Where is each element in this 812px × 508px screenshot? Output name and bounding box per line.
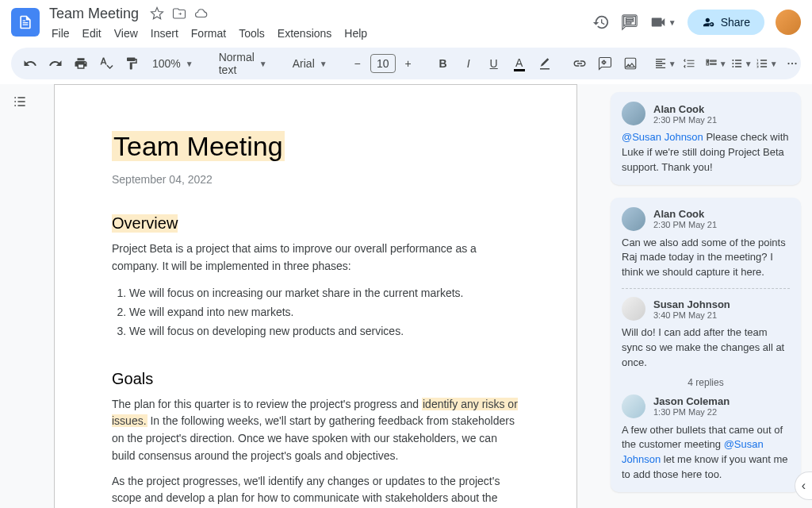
align-button[interactable]: ▼ xyxy=(654,52,676,75)
menu-view[interactable]: View xyxy=(109,24,144,43)
goals-paragraph-1: The plan for this quarter is to review t… xyxy=(112,396,519,465)
numbered-list-button[interactable]: ▼ xyxy=(756,52,778,75)
share-label: Share xyxy=(721,16,750,29)
insert-link-button[interactable] xyxy=(569,52,591,75)
meet-button[interactable]: ▼ xyxy=(649,13,676,31)
highlight-color-button[interactable] xyxy=(534,52,556,75)
svg-point-4 xyxy=(791,63,793,64)
menu-help[interactable]: Help xyxy=(339,24,373,43)
comment-time: 3:40 PM May 21 xyxy=(653,310,730,320)
menu-tools[interactable]: Tools xyxy=(233,24,270,43)
comments-icon[interactable] xyxy=(621,13,638,31)
italic-button[interactable]: I xyxy=(458,52,480,75)
replies-count[interactable]: 4 replies xyxy=(622,377,790,388)
menu-insert[interactable]: Insert xyxy=(145,24,184,43)
menu-extensions[interactable]: Extensions xyxy=(272,24,337,43)
doc-heading-1: Team Meeting xyxy=(112,131,285,161)
menu-file[interactable]: File xyxy=(46,24,75,43)
share-button[interactable]: Share xyxy=(688,10,764,35)
menu-edit[interactable]: Edit xyxy=(77,24,107,43)
text-color-button[interactable]: A xyxy=(508,52,530,75)
svg-point-0 xyxy=(732,60,733,61)
bold-button[interactable]: B xyxy=(432,52,454,75)
undo-button[interactable] xyxy=(19,52,41,75)
move-icon[interactable] xyxy=(172,6,186,21)
outline-icon[interactable] xyxy=(10,92,29,111)
svg-point-1 xyxy=(732,63,733,64)
zoom-select[interactable]: 100%▼ xyxy=(146,52,200,75)
comment-author: Alan Cook xyxy=(653,208,717,220)
svg-point-2 xyxy=(732,66,733,67)
menu-format[interactable]: Format xyxy=(186,24,232,43)
docs-logo[interactable] xyxy=(11,8,40,37)
comment-body: Will do! I can add after the team sync s… xyxy=(622,325,790,371)
paragraph-style-select[interactable]: Normal text▼ xyxy=(213,52,274,75)
underline-button[interactable]: U xyxy=(483,52,505,75)
menubar: File Edit View Insert Format Tools Exten… xyxy=(46,24,586,43)
phases-list: We will focus on increasing our market s… xyxy=(129,284,519,341)
comment-time: 2:30 PM May 21 xyxy=(653,220,717,229)
comment-card[interactable]: Alan Cook 2:30 PM May 21 @Susan Johnson … xyxy=(611,92,801,185)
chevron-down-icon: ▼ xyxy=(668,18,676,27)
comment-time: 1:30 PM May 22 xyxy=(653,407,730,417)
doc-date: September 04, 2022 xyxy=(112,173,519,186)
bulleted-list-button[interactable]: ▼ xyxy=(730,52,753,75)
font-select[interactable]: Arial▼ xyxy=(286,52,334,75)
document-page[interactable]: Team Meeting September 04, 2022 Overview… xyxy=(54,84,577,508)
comment-thread[interactable]: Alan Cook 2:30 PM May 21 Can we also add… xyxy=(611,198,801,492)
star-icon[interactable] xyxy=(150,6,164,21)
spellcheck-button[interactable] xyxy=(95,52,117,75)
avatar xyxy=(622,102,645,125)
goals-paragraph-2: As the project progresses, we'll identif… xyxy=(112,473,519,508)
increase-font-button[interactable]: + xyxy=(397,52,419,75)
checklist-button[interactable]: ▼ xyxy=(705,52,727,75)
chevron-left-icon: ‹ xyxy=(802,479,806,493)
account-avatar[interactable] xyxy=(776,10,801,35)
comment-author: Susan Johnson xyxy=(653,298,730,310)
comments-panel: Alan Cook 2:30 PM May 21 @Susan Johnson … xyxy=(607,84,812,508)
print-button[interactable] xyxy=(70,52,92,75)
toolbar: 100%▼ Normal text▼ Arial▼ − 10 + B I U A… xyxy=(11,48,801,79)
list-item: We will focus on developing new products… xyxy=(129,322,519,341)
comment-body: Can we also add some of the points Raj m… xyxy=(622,236,790,281)
avatar xyxy=(622,394,645,418)
comment-author: Alan Cook xyxy=(653,103,717,115)
insert-image-button[interactable] xyxy=(619,52,642,75)
goals-heading: Goals xyxy=(112,370,153,388)
overview-paragraph: Project Beta is a project that aims to i… xyxy=(112,241,519,275)
mention: @Susan Johnson xyxy=(622,131,703,143)
decrease-font-button[interactable]: − xyxy=(347,52,369,75)
avatar xyxy=(622,297,645,321)
svg-point-5 xyxy=(795,63,796,64)
doc-title[interactable]: Team Meeting xyxy=(46,5,142,23)
paint-format-button[interactable] xyxy=(121,52,143,75)
line-spacing-button[interactable] xyxy=(680,52,702,75)
add-comment-button[interactable] xyxy=(594,52,616,75)
comment-body: A few other bullets that came out of the… xyxy=(622,423,790,483)
comment-time: 2:30 PM May 21 xyxy=(653,115,717,125)
comment-author: Jason Coleman xyxy=(653,395,730,407)
cloud-status-icon[interactable] xyxy=(194,6,209,21)
svg-point-3 xyxy=(787,63,789,64)
font-size-input[interactable]: 10 xyxy=(370,54,396,73)
history-icon[interactable] xyxy=(592,13,610,31)
list-item: We will expand into new markets. xyxy=(129,303,519,322)
overview-heading: Overview xyxy=(112,214,178,233)
avatar xyxy=(622,207,645,231)
comment-body: @Susan Johnson Please check with Luke if… xyxy=(622,130,790,175)
list-item: We will focus on increasing our market s… xyxy=(129,284,519,303)
more-button[interactable] xyxy=(781,52,803,75)
redo-button[interactable] xyxy=(44,52,67,75)
